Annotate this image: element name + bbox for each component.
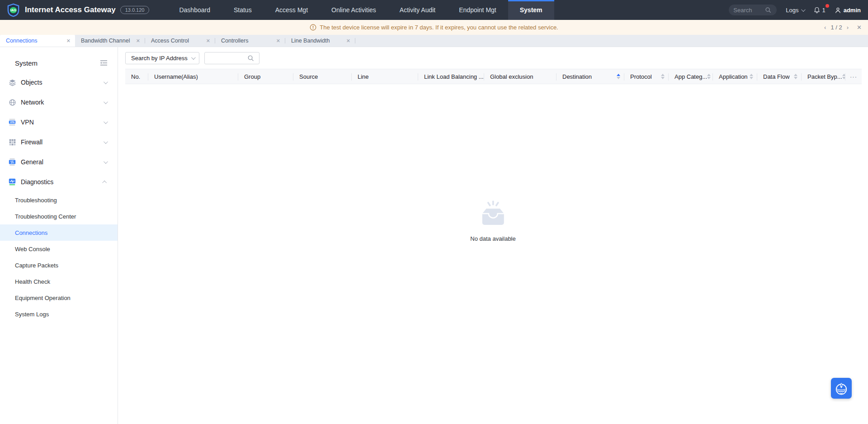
sidebar-item-system-logs[interactable]: System Logs [0,306,118,322]
nav-online-activities[interactable]: Online Activities [320,0,388,20]
banner-controls: ‹ 1 / 2 › ✕ [824,24,868,31]
nav-system[interactable]: System [508,0,554,20]
chevron-down-icon [104,100,108,104]
collapse-sidebar-icon[interactable] [100,60,108,66]
column-header-link-load-balancing[interactable]: Link Load Balancing ... [418,69,484,84]
column-header-global-exclusion[interactable]: Global exclusion [484,69,557,84]
top-navbar: IAG Internet Access Gateway 13.0.120 Das… [0,0,868,20]
banner-prev-button[interactable]: ‹ [824,24,826,31]
column-label: Protocol [630,73,652,80]
app-title: Internet Access Gateway [25,5,116,14]
global-search[interactable] [729,5,777,15]
sort-icon[interactable] [617,74,620,79]
vpn-icon: VPN [8,118,16,126]
sort-icon[interactable] [750,74,753,79]
tab-close-icon[interactable]: ✕ [132,38,140,44]
tab-connections[interactable]: Connections ✕ [0,35,75,47]
diagnostics-pulse-icon [8,178,16,186]
search-icon[interactable] [247,55,254,62]
tab-controllers[interactable]: Controllers ✕ [215,35,285,47]
sidebar-group-firewall[interactable]: Firewall [0,132,118,152]
svg-text:VPN: VPN [10,121,14,124]
sidebar-group-label: General [21,158,104,166]
nav-endpoint-mgt[interactable]: Endpoint Mgt [447,0,508,20]
sidebar-group-vpn[interactable]: VPN VPN [0,112,118,132]
sidebar-group-network[interactable]: Network [0,92,118,112]
column-header-data-flow[interactable]: Data Flow [757,69,802,84]
logs-menu[interactable]: Logs [786,7,804,14]
sidebar-group-label: Diagnostics [21,178,104,186]
sort-icon[interactable] [661,74,665,79]
sort-icon[interactable] [794,74,797,79]
nav-activity-audit[interactable]: Activity Audit [388,0,447,20]
search-type-dropdown[interactable]: Search by IP Address [125,52,199,64]
sort-icon[interactable] [842,74,845,79]
tab-bandwidth-channel[interactable]: Bandwidth Channel ✕ [75,35,145,47]
tab-line-bandwidth[interactable]: Line Bandwidth ✕ [285,35,355,47]
ip-search-input[interactable] [208,55,247,62]
column-header-no[interactable]: No. [125,69,148,84]
chevron-down-icon [104,119,108,124]
sidebar-group-diagnostics[interactable]: Diagnostics [0,172,118,192]
sidebar-group-objects[interactable]: Objects [0,72,118,92]
sidebar-item-troubleshooting-center[interactable]: Troubleshooting Center [0,208,118,224]
sidebar-header: System [0,53,118,72]
tab-close-icon[interactable]: ✕ [63,38,71,44]
banner-next-button[interactable]: › [847,24,849,31]
global-search-input[interactable] [733,7,765,14]
tab-label: Access Control [151,38,189,44]
column-label: Global exclusion [490,73,533,80]
sidebar-group-label: VPN [21,119,104,126]
column-header-group[interactable]: Group [238,69,293,84]
sidebar-item-web-console[interactable]: Web Console [0,241,118,257]
sidebar-item-capture-packets[interactable]: Capture Packets [0,257,118,273]
tab-access-control[interactable]: Access Control ✕ [145,35,215,47]
column-label: Packet Byp... [807,73,842,80]
column-header-application[interactable]: Application [713,69,757,84]
version-badge: 13.0.120 [120,6,150,14]
column-settings-button[interactable]: ··· [845,69,862,84]
sidebar-item-health-check[interactable]: Health Check [0,273,118,290]
user-menu[interactable]: admin [835,7,861,14]
layers-icon [8,78,16,86]
column-header-username[interactable]: Username(Alias) [148,69,238,84]
tab-strip: Connections ✕ Bandwidth Channel ✕ Access… [0,35,868,47]
column-label: Username(Alias) [154,73,198,80]
column-header-packet-bypass[interactable]: Packet Byp... [802,69,845,84]
banner-close-button[interactable]: ✕ [857,24,862,31]
notification-count: 1 [822,7,825,14]
sidebar-item-troubleshooting[interactable]: Troubleshooting [0,192,118,208]
column-label: Line [358,73,369,80]
notifications-button[interactable]: 1 [813,6,825,14]
assistant-mascot-button[interactable] [831,378,852,399]
ip-search-box[interactable] [204,52,259,64]
column-header-app-category[interactable]: App Categ... [669,69,713,84]
sidebar-item-connections[interactable]: Connections [0,224,118,241]
tab-close-icon[interactable]: ✕ [273,38,280,44]
column-header-source[interactable]: Source [293,69,352,84]
firewall-grid-icon [8,138,16,146]
tab-close-icon[interactable]: ✕ [343,38,350,44]
license-message: The test device license will expire in 7… [320,24,558,31]
sidebar-group-general[interactable]: General [0,152,118,172]
tab-separator [355,38,355,43]
sidebar-group-label: Objects [21,79,104,86]
sort-icon[interactable] [707,74,711,79]
chevron-down-icon [191,55,196,60]
column-label: No. [131,73,140,80]
nav-status[interactable]: Status [222,0,264,20]
sidebar-group-label: Firewall [21,138,104,146]
nav-dashboard[interactable]: Dashboard [167,0,222,20]
tab-close-icon[interactable]: ✕ [203,38,210,44]
column-header-destination[interactable]: Destination [557,69,624,84]
tab-label: Line Bandwidth [291,38,330,44]
column-header-line[interactable]: Line [352,69,418,84]
table-header: No. Username(Alias) Group Source Line Li… [125,69,862,84]
transfer-icon [8,158,16,166]
sidebar-title: System [15,59,38,67]
sidebar-item-equipment-operation[interactable]: Equipment Operation [0,290,118,306]
column-header-protocol[interactable]: Protocol [624,69,669,84]
column-label: Group [244,73,260,80]
sidebar-group-label: Network [21,99,104,106]
nav-access-mgt[interactable]: Access Mgt [264,0,320,20]
